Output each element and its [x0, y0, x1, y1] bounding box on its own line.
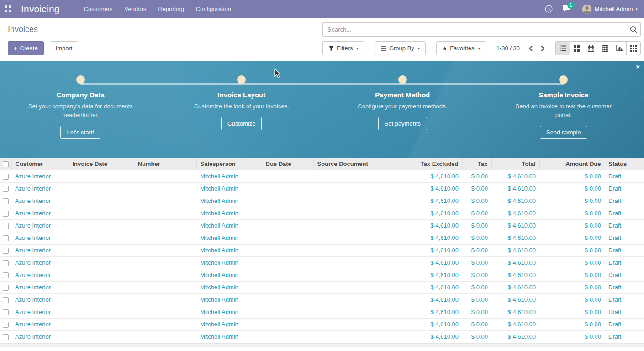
cell-source-document[interactable] — [313, 330, 403, 343]
cell-total[interactable]: $ 4,610.00 — [491, 281, 539, 293]
messages-icon[interactable]: 1 — [563, 5, 571, 14]
row-checkbox[interactable] — [3, 297, 9, 303]
table-row[interactable]: Azure Interior Mitchell Admin $ 4,610.00… — [0, 281, 644, 293]
cell-number[interactable] — [134, 330, 196, 343]
table-row[interactable]: Azure Interior Mitchell Admin $ 4,610.00… — [0, 195, 644, 207]
cell-number[interactable] — [134, 306, 196, 318]
cell-due-date[interactable] — [262, 293, 313, 306]
cell-salesperson[interactable]: Mitchell Admin — [196, 269, 262, 281]
cell-total[interactable]: $ 4,610.00 — [491, 195, 539, 207]
cell-tax[interactable]: $ 0.00 — [462, 330, 491, 343]
filters-dropdown[interactable]: Filters ▾ — [322, 41, 364, 55]
col-tax[interactable]: Tax — [462, 158, 491, 170]
cell-amount-due[interactable]: $ 0.00 — [539, 195, 605, 207]
cell-due-date[interactable] — [262, 330, 313, 343]
cell-source-document[interactable] — [313, 170, 403, 182]
cell-amount-due[interactable]: $ 0.00 — [539, 207, 605, 219]
cell-due-date[interactable] — [262, 306, 313, 318]
row-checkbox[interactable] — [3, 186, 9, 192]
col-customer[interactable]: Customer — [11, 158, 69, 170]
cell-source-document[interactable] — [313, 293, 403, 306]
import-button[interactable]: Import — [50, 41, 79, 55]
cell-invoice-date[interactable] — [69, 269, 134, 281]
cell-total[interactable]: $ 4,610.00 — [491, 219, 539, 232]
cell-customer[interactable]: Azure Interior — [11, 269, 69, 281]
cell-salesperson[interactable]: Mitchell Admin — [196, 219, 262, 232]
cell-due-date[interactable] — [262, 170, 313, 182]
table-row[interactable]: Azure Interior Mitchell Admin $ 4,610.00… — [0, 170, 644, 182]
cell-amount-due[interactable]: $ 0.00 — [539, 293, 605, 306]
cell-salesperson[interactable]: Mitchell Admin — [196, 195, 262, 207]
cell-amount-due[interactable]: $ 0.00 — [539, 219, 605, 232]
cell-amount-due[interactable]: $ 0.00 — [539, 281, 605, 293]
cell-customer[interactable]: Azure Interior — [11, 195, 69, 207]
cell-invoice-date[interactable] — [69, 244, 134, 256]
cell-number[interactable] — [134, 256, 196, 269]
cell-source-document[interactable] — [313, 195, 403, 207]
avatar[interactable] — [582, 5, 591, 14]
cell-tax[interactable]: $ 0.00 — [462, 182, 491, 195]
row-checkbox[interactable] — [3, 198, 9, 204]
cell-tax[interactable]: $ 0.00 — [462, 293, 491, 306]
table-row[interactable]: Azure Interior Mitchell Admin $ 4,610.00… — [0, 293, 644, 306]
col-status[interactable]: Status — [605, 158, 644, 170]
row-checkbox[interactable] — [3, 285, 9, 291]
menu-customers[interactable]: Customers — [78, 0, 119, 18]
cell-customer[interactable]: Azure Interior — [11, 219, 69, 232]
cell-tax-excluded[interactable]: $ 4,610.00 — [403, 182, 462, 195]
cell-salesperson[interactable]: Mitchell Admin — [196, 306, 262, 318]
cell-source-document[interactable] — [313, 207, 403, 219]
cell-status[interactable]: Draft — [605, 232, 644, 244]
cell-tax[interactable]: $ 0.00 — [462, 244, 491, 256]
cell-status[interactable]: Draft — [605, 281, 644, 293]
cell-source-document[interactable] — [313, 219, 403, 232]
app-title[interactable]: Invoicing — [21, 4, 60, 15]
col-tax-excluded[interactable]: Tax Excluded — [403, 158, 462, 170]
table-row[interactable]: Azure Interior Mitchell Admin $ 4,610.00… — [0, 330, 644, 343]
cell-status[interactable]: Draft — [605, 219, 644, 232]
cell-amount-due[interactable]: $ 0.00 — [539, 330, 605, 343]
cell-due-date[interactable] — [262, 256, 313, 269]
cell-salesperson[interactable]: Mitchell Admin — [196, 281, 262, 293]
cell-salesperson[interactable]: Mitchell Admin — [196, 318, 262, 330]
table-row[interactable]: Azure Interior Mitchell Admin $ 4,610.00… — [0, 318, 644, 330]
cell-salesperson[interactable]: Mitchell Admin — [196, 207, 262, 219]
cell-status[interactable]: Draft — [605, 330, 644, 343]
cell-number[interactable] — [134, 195, 196, 207]
cell-tax-excluded[interactable]: $ 4,610.00 — [403, 318, 462, 330]
table-row[interactable]: Azure Interior Mitchell Admin $ 4,610.00… — [0, 269, 644, 281]
send-sample-button[interactable]: Send sample — [540, 126, 587, 139]
cell-due-date[interactable] — [262, 318, 313, 330]
cell-status[interactable]: Draft — [605, 207, 644, 219]
pager-previous-icon[interactable] — [528, 45, 533, 52]
table-row[interactable]: Azure Interior Mitchell Admin $ 4,610.00… — [0, 219, 644, 232]
search-icon[interactable] — [630, 26, 637, 33]
view-list-button[interactable] — [555, 41, 570, 55]
cell-tax[interactable]: $ 0.00 — [462, 207, 491, 219]
cell-tax[interactable]: $ 0.00 — [462, 170, 491, 182]
cell-status[interactable]: Draft — [605, 269, 644, 281]
cell-invoice-date[interactable] — [69, 207, 134, 219]
cell-tax-excluded[interactable]: $ 4,610.00 — [403, 219, 462, 232]
cell-customer[interactable]: Azure Interior — [11, 281, 69, 293]
col-due-date[interactable]: Due Date — [262, 158, 313, 170]
cell-customer[interactable]: Azure Interior — [11, 318, 69, 330]
cell-customer[interactable]: Azure Interior — [11, 330, 69, 343]
cell-total[interactable]: $ 4,610.00 — [491, 306, 539, 318]
cell-customer[interactable]: Azure Interior — [11, 170, 69, 182]
cell-tax-excluded[interactable]: $ 4,610.00 — [403, 256, 462, 269]
cell-tax[interactable]: $ 0.00 — [462, 318, 491, 330]
col-invoice-date[interactable]: Invoice Date — [69, 158, 134, 170]
close-icon[interactable]: × — [636, 63, 640, 70]
cell-amount-due[interactable]: $ 0.00 — [539, 182, 605, 195]
cell-number[interactable] — [134, 170, 196, 182]
cell-tax[interactable]: $ 0.00 — [462, 281, 491, 293]
cell-customer[interactable]: Azure Interior — [11, 306, 69, 318]
customize-button[interactable]: Customize — [221, 117, 262, 130]
cell-number[interactable] — [134, 318, 196, 330]
group-by-dropdown[interactable]: Group By ▾ — [375, 41, 426, 55]
cell-salesperson[interactable]: Mitchell Admin — [196, 330, 262, 343]
cell-tax[interactable]: $ 0.00 — [462, 195, 491, 207]
cell-source-document[interactable] — [313, 269, 403, 281]
row-checkbox[interactable] — [3, 272, 9, 278]
